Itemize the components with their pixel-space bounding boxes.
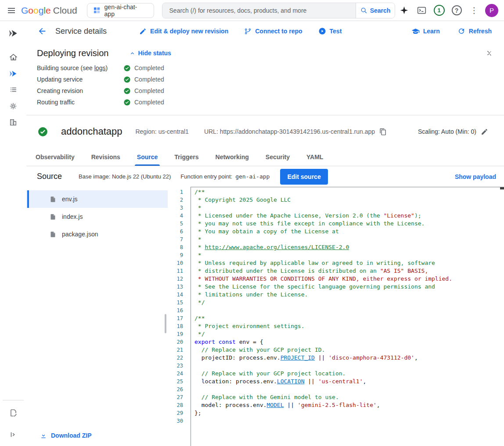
tab-triggers[interactable]: Triggers xyxy=(166,148,207,166)
cloud-run-icon xyxy=(8,69,18,78)
file-panel-scrollbar[interactable] xyxy=(165,314,166,333)
close-icon xyxy=(485,49,493,57)
search-input[interactable] xyxy=(162,3,356,18)
rail-home-button[interactable] xyxy=(3,49,24,65)
notifications-button[interactable]: 1 xyxy=(430,2,448,19)
step-status: Completed xyxy=(134,64,164,71)
file-icon xyxy=(50,231,56,238)
panel-expand-icon xyxy=(9,431,17,439)
tab-source[interactable]: Source xyxy=(129,148,166,166)
home-icon xyxy=(9,53,18,62)
rail-organization-button[interactable] xyxy=(3,114,24,130)
download-zip-button[interactable]: Download ZIP xyxy=(40,432,92,439)
menu-button[interactable] xyxy=(3,2,20,19)
pencil-icon xyxy=(139,28,147,35)
cloud-shell-icon xyxy=(417,6,426,15)
download-icon xyxy=(40,432,47,439)
tab-yaml[interactable]: YAML xyxy=(298,148,331,166)
chevron-up-icon xyxy=(130,50,135,56)
service-name: addonchatapp xyxy=(61,126,122,137)
logs-link[interactable]: logs xyxy=(94,64,106,71)
service-region: Region: us-central1 xyxy=(135,128,188,135)
service-url-value: https://addonchatapp-301439142196.us-cen… xyxy=(220,128,375,135)
doc-edit-icon xyxy=(9,409,18,417)
status-step-revision: Creating revision Completed xyxy=(37,85,497,96)
project-selector[interactable]: gen-ai-chat-app xyxy=(87,3,154,18)
tab-observability[interactable]: Observability xyxy=(27,148,83,166)
edit-source-button[interactable]: Edit source xyxy=(280,169,328,185)
copy-icon xyxy=(379,128,387,136)
cloud-shell-button[interactable] xyxy=(413,2,430,19)
check-circle-icon xyxy=(123,99,131,106)
tab-revisions[interactable]: Revisions xyxy=(83,148,129,166)
learn-icon xyxy=(411,27,420,36)
entry-point: Function entry point:gen-ai-app xyxy=(180,173,270,180)
hamburger-icon xyxy=(7,7,15,14)
back-button[interactable] xyxy=(33,22,51,40)
service-header: addonchatapp Region: us-central1 URL: ht… xyxy=(26,115,504,148)
kebab-icon: ⋮ xyxy=(470,6,479,14)
more-options-button[interactable]: ⋮ xyxy=(465,2,483,19)
check-circle-icon xyxy=(123,87,131,95)
rail-list-button[interactable] xyxy=(3,82,24,98)
tab-networking[interactable]: Networking xyxy=(207,148,257,166)
service-url: URL: https://addonchatapp-301439142196.u… xyxy=(204,128,387,136)
rail-settings-button[interactable] xyxy=(3,98,24,114)
entry-point-value: gen-ai-app xyxy=(235,173,270,180)
close-status-button[interactable] xyxy=(481,45,497,61)
play-circle-icon xyxy=(318,27,326,35)
help-button[interactable]: ? xyxy=(448,2,465,19)
hide-status-button[interactable]: Hide status xyxy=(130,50,171,57)
cloud-run-logo-icon xyxy=(3,25,24,42)
base-image: Base image: Node.js 22 (Ubuntu 22) xyxy=(79,173,171,180)
step-status: Completed xyxy=(134,87,164,94)
left-nav-rail xyxy=(0,21,26,446)
logo-cloud: Cloud xyxy=(53,5,77,16)
gemini-sparkle-icon xyxy=(400,6,409,15)
test-button[interactable]: Test xyxy=(318,27,342,35)
account-button[interactable]: P xyxy=(483,2,500,19)
step-status: Completed xyxy=(134,99,164,106)
status-steps: Building source (see logs) Completed Upd… xyxy=(37,62,497,108)
rail-collapse-button[interactable] xyxy=(3,426,24,442)
file-item-env-js[interactable]: env.js xyxy=(26,190,168,208)
file-item-index-js[interactable]: index.js xyxy=(26,208,168,225)
edit-scaling-button[interactable] xyxy=(481,128,488,136)
search-button[interactable]: Search xyxy=(356,3,395,18)
action-bar: Service details Edit & deploy new revisi… xyxy=(26,21,504,41)
status-step-updating: Updating service Completed xyxy=(37,74,497,85)
page-title: Service details xyxy=(55,27,107,36)
file-item-package-json[interactable]: package.json xyxy=(26,225,168,243)
editor-code[interactable]: /** * Copyright 2025 Google LLC * * Lice… xyxy=(191,187,504,446)
tab-security[interactable]: Security xyxy=(257,148,298,166)
connect-repo-button[interactable]: Connect to repo xyxy=(244,28,302,35)
notification-badge: 1 xyxy=(434,5,445,16)
edit-deploy-button[interactable]: Edit & deploy new revision xyxy=(139,28,228,35)
check-circle-icon xyxy=(123,64,131,72)
learn-button[interactable]: Learn xyxy=(411,27,440,36)
code-editor[interactable]: 1234567891011121314151617181920212223242… xyxy=(168,187,504,446)
editor-scrollbar-thumb[interactable] xyxy=(500,187,504,189)
status-step-building: Building source (see logs) Completed xyxy=(37,62,497,74)
gear-icon xyxy=(9,102,18,111)
gemini-button[interactable] xyxy=(395,2,413,19)
repo-branch-icon xyxy=(244,28,252,35)
deploy-status-panel: Deploying revision Hide status Building … xyxy=(26,41,504,115)
file-icon xyxy=(50,196,56,203)
rail-release-notes-button[interactable] xyxy=(3,405,24,421)
rail-cloud-run-button[interactable] xyxy=(3,65,24,82)
refresh-button[interactable]: Refresh xyxy=(457,27,492,35)
file-name: index.js xyxy=(62,213,83,220)
avatar: P xyxy=(485,4,498,17)
show-payload-button[interactable]: Show payload xyxy=(455,173,496,180)
search-bar: Search xyxy=(162,3,395,18)
check-circle-icon xyxy=(123,76,131,83)
top-bar-icons: 1 ? ⋮ P xyxy=(395,2,500,19)
file-panel: env.js index.js package.json Download ZI… xyxy=(26,187,168,446)
step-status: Completed xyxy=(134,76,164,83)
rail-bottom-section xyxy=(3,400,24,446)
copy-url-button[interactable] xyxy=(379,128,387,136)
source-heading: Source xyxy=(37,172,62,181)
file-name: env.js xyxy=(62,196,78,203)
file-name: package.json xyxy=(62,231,98,238)
